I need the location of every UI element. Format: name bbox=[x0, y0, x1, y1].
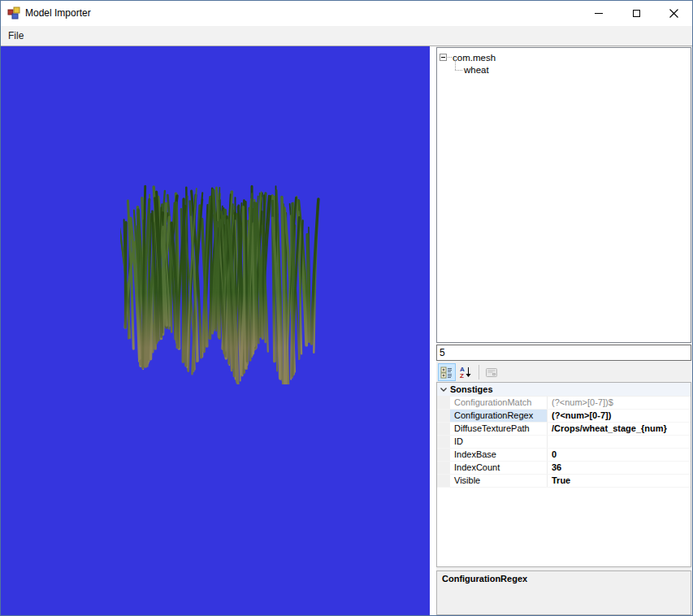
property-name: ID bbox=[450, 436, 548, 448]
property-value[interactable]: 0 bbox=[548, 449, 691, 461]
property-value[interactable]: True bbox=[548, 475, 691, 487]
property-row-diffuse-texture-path[interactable]: DiffuseTexturePath /Crops/wheat_stage_{n… bbox=[437, 423, 691, 436]
category-header[interactable]: Sonstiges bbox=[437, 383, 691, 397]
filter-input[interactable] bbox=[436, 345, 691, 361]
property-value[interactable]: 36 bbox=[548, 462, 691, 474]
property-row-id[interactable]: ID bbox=[437, 436, 691, 449]
property-row-index-base[interactable]: IndexBase 0 bbox=[437, 449, 691, 462]
tree-connector-vertical bbox=[455, 60, 456, 70]
categorized-icon bbox=[440, 366, 453, 379]
property-name: IndexBase bbox=[450, 449, 548, 461]
row-gutter bbox=[437, 462, 450, 474]
property-name: ConfigurationMatch bbox=[450, 397, 548, 409]
category-label: Sonstiges bbox=[450, 383, 493, 396]
tree-collapse-toggle[interactable] bbox=[440, 54, 447, 61]
caption-buttons bbox=[580, 1, 692, 25]
row-gutter bbox=[437, 410, 450, 422]
property-row-index-count[interactable]: IndexCount 36 bbox=[437, 462, 691, 475]
property-name: ConfigurationRegex bbox=[450, 410, 548, 422]
property-value[interactable] bbox=[548, 436, 691, 448]
property-grid-toolbar: A Z bbox=[436, 362, 691, 382]
property-grid: A Z bbox=[436, 362, 691, 615]
menu-bar: File bbox=[1, 26, 692, 46]
toolbar-separator bbox=[479, 365, 479, 380]
alphabetical-button[interactable]: A Z bbox=[457, 363, 474, 381]
tree-node-com-mesh[interactable]: com.mesh bbox=[453, 51, 496, 64]
property-name: IndexCount bbox=[450, 462, 548, 474]
alphabetical-icon: A Z bbox=[459, 366, 472, 379]
property-help-panel: ConfigurationRegex bbox=[436, 570, 691, 615]
menu-file[interactable]: File bbox=[1, 26, 31, 46]
minus-icon bbox=[441, 57, 445, 58]
close-icon bbox=[669, 9, 678, 18]
property-row-configuration-regex[interactable]: ConfigurationRegex (?<num>[0-7]) bbox=[437, 410, 691, 423]
right-panel: com.mesh wheat bbox=[436, 46, 693, 616]
close-button[interactable] bbox=[655, 1, 692, 25]
title-bar[interactable]: Model Importer bbox=[1, 1, 692, 26]
maximize-button[interactable] bbox=[617, 1, 655, 25]
row-gutter bbox=[437, 423, 450, 435]
application-icon bbox=[7, 7, 20, 20]
tree-connector bbox=[448, 57, 452, 58]
property-name: DiffuseTexturePath bbox=[450, 423, 548, 435]
minimize-icon bbox=[595, 13, 603, 14]
app-window: Model Importer File com.mesh w bbox=[0, 0, 693, 616]
property-value[interactable]: (?<num>[0-7]) bbox=[548, 410, 691, 422]
property-value[interactable]: /Crops/wheat_stage_{num} bbox=[548, 423, 691, 435]
maximize-icon bbox=[633, 10, 640, 17]
property-pages-button bbox=[483, 363, 500, 381]
row-gutter bbox=[437, 449, 450, 461]
chevron-down-icon bbox=[437, 383, 450, 396]
window-title: Model Importer bbox=[25, 1, 91, 26]
mesh-tree[interactable]: com.mesh wheat bbox=[436, 47, 691, 343]
wheat-model bbox=[120, 181, 320, 384]
property-name: Visible bbox=[450, 475, 548, 487]
tree-connector-horizontal bbox=[455, 70, 462, 71]
property-grid-body: Sonstiges ConfigurationMatch (?<num>[0-7… bbox=[436, 382, 691, 567]
property-value: (?<num>[0-7])$ bbox=[548, 397, 691, 409]
minimize-button[interactable] bbox=[580, 1, 617, 25]
property-pages-icon bbox=[485, 366, 498, 379]
row-gutter bbox=[437, 475, 450, 487]
row-gutter bbox=[437, 436, 450, 448]
tree-node-wheat[interactable]: wheat bbox=[464, 63, 489, 76]
row-gutter bbox=[437, 397, 450, 409]
categorized-button[interactable] bbox=[438, 363, 456, 381]
property-row-visible[interactable]: Visible True bbox=[437, 475, 691, 488]
render-viewport[interactable] bbox=[1, 46, 430, 616]
svg-text:Z: Z bbox=[460, 372, 464, 379]
property-row-configuration-match[interactable]: ConfigurationMatch (?<num>[0-7])$ bbox=[437, 397, 691, 410]
help-property-title: ConfigurationRegex bbox=[442, 574, 686, 583]
